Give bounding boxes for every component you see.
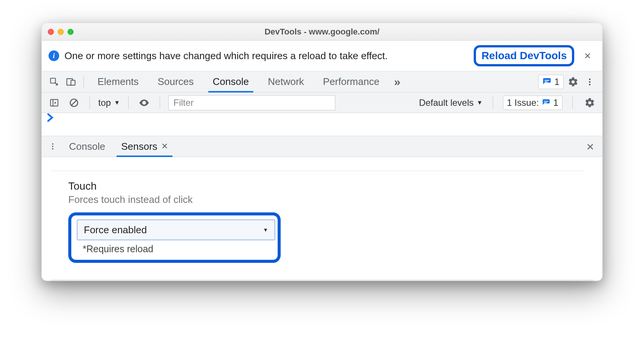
console-output[interactable] bbox=[42, 113, 602, 136]
chevron-down-icon: ▼ bbox=[477, 99, 483, 106]
console-filter-input[interactable] bbox=[168, 95, 335, 110]
divider bbox=[160, 97, 160, 109]
divider bbox=[493, 97, 493, 109]
close-window-button[interactable] bbox=[48, 29, 54, 35]
svg-point-7 bbox=[589, 83, 591, 85]
window-controls bbox=[48, 29, 74, 35]
touch-mode-value: Force enabled bbox=[84, 224, 147, 236]
svg-point-5 bbox=[589, 78, 591, 80]
tab-elements[interactable]: Elements bbox=[89, 71, 147, 93]
infobar-message: One or more settings have changed which … bbox=[64, 50, 468, 62]
close-tab-icon[interactable]: ✕ bbox=[161, 141, 168, 151]
execution-context-select[interactable]: top ▼ bbox=[98, 97, 120, 108]
device-toolbar-icon[interactable] bbox=[64, 75, 78, 89]
divider bbox=[51, 280, 593, 281]
drawer-tab-sensors[interactable]: Sensors ✕ bbox=[114, 136, 174, 157]
console-settings-gear-icon[interactable] bbox=[583, 96, 597, 110]
info-icon: i bbox=[49, 50, 59, 61]
console-toolbar: top ▼ Default levels ▼ 1 Issue: 1 bbox=[42, 93, 602, 113]
settings-gear-icon[interactable] bbox=[566, 75, 580, 89]
main-tabbar: Elements Sources Console Network Perform… bbox=[42, 71, 602, 93]
touch-section-subtitle: Forces touch instead of click bbox=[68, 194, 593, 206]
issues-counter[interactable]: 1 Issue: 1 bbox=[503, 96, 562, 110]
drawer-tabbar: Console Sensors ✕ × bbox=[42, 136, 602, 157]
tab-console[interactable]: Console bbox=[204, 71, 257, 93]
touch-setting-highlight: Force enabled ▼ *Requires reload bbox=[68, 212, 281, 263]
chevron-down-icon: ▼ bbox=[114, 99, 120, 106]
chevron-down-icon: ▼ bbox=[263, 227, 268, 233]
divider bbox=[572, 97, 573, 109]
svg-rect-13 bbox=[544, 102, 547, 103]
maximize-window-button[interactable] bbox=[68, 29, 74, 35]
sensors-panel: Touch Forces touch instead of click Forc… bbox=[42, 157, 602, 270]
svg-point-15 bbox=[52, 146, 53, 147]
titlebar: DevTools - www.google.com/ bbox=[42, 23, 602, 41]
divider bbox=[90, 97, 90, 109]
inspect-element-icon[interactable] bbox=[47, 75, 61, 89]
kebab-menu-icon[interactable] bbox=[583, 75, 597, 89]
reload-infobar: i One or more settings have changed whic… bbox=[42, 41, 602, 71]
divider bbox=[83, 76, 84, 88]
svg-point-16 bbox=[52, 148, 53, 150]
infobar-close-icon[interactable]: × bbox=[580, 49, 595, 62]
drawer-tab-console[interactable]: Console bbox=[62, 136, 112, 157]
svg-rect-2 bbox=[71, 80, 75, 85]
divider bbox=[128, 97, 129, 109]
close-drawer-icon[interactable]: × bbox=[586, 139, 594, 154]
log-levels-select[interactable]: Default levels ▼ bbox=[419, 97, 483, 108]
svg-point-6 bbox=[589, 81, 591, 82]
live-expression-eye-icon[interactable] bbox=[137, 96, 151, 110]
svg-rect-4 bbox=[545, 82, 548, 82]
divider bbox=[51, 171, 584, 171]
tab-performance[interactable]: Performance bbox=[315, 71, 388, 93]
window-title: DevTools - www.google.com/ bbox=[42, 27, 602, 37]
tab-network[interactable]: Network bbox=[259, 71, 312, 93]
svg-rect-3 bbox=[545, 80, 549, 81]
issues-count: 1 bbox=[554, 77, 559, 87]
reload-devtools-button[interactable]: Reload DevTools bbox=[474, 45, 574, 66]
svg-rect-8 bbox=[50, 99, 58, 106]
svg-point-14 bbox=[52, 143, 53, 145]
touch-mode-select[interactable]: Force enabled ▼ bbox=[77, 220, 275, 240]
more-tabs-icon[interactable]: » bbox=[390, 75, 404, 89]
svg-line-11 bbox=[72, 100, 77, 105]
svg-rect-12 bbox=[544, 101, 548, 102]
tab-sources[interactable]: Sources bbox=[149, 71, 202, 93]
console-sidebar-toggle-icon[interactable] bbox=[47, 96, 61, 110]
issues-chip[interactable]: 1 bbox=[538, 75, 564, 89]
devtools-window: DevTools - www.google.com/ i One or more… bbox=[41, 23, 603, 281]
touch-section-title: Touch bbox=[68, 180, 593, 192]
requires-reload-note: *Requires reload bbox=[77, 243, 266, 254]
minimize-window-button[interactable] bbox=[58, 29, 64, 35]
console-prompt-icon bbox=[47, 113, 55, 124]
clear-console-icon[interactable] bbox=[67, 96, 81, 110]
drawer-kebab-menu-icon[interactable] bbox=[46, 139, 60, 154]
